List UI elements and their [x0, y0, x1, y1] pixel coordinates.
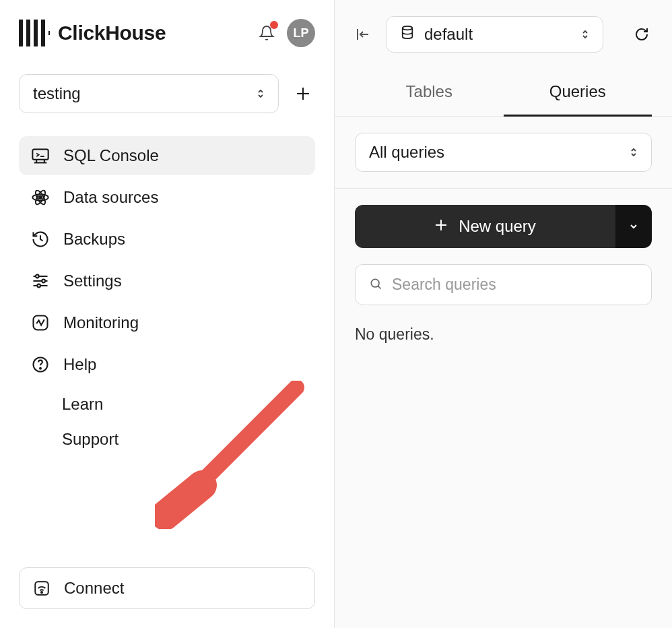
- filter-value: All queries: [369, 143, 444, 162]
- sidebar: ClickHouse LP testing: [0, 0, 335, 628]
- schema-selector[interactable]: default: [386, 16, 603, 53]
- sidebar-subitem-support[interactable]: Support: [62, 422, 315, 457]
- database-selector-row: testing: [19, 74, 315, 113]
- sidebar-subitem-label: Support: [62, 430, 119, 449]
- svg-point-17: [41, 592, 42, 593]
- svg-point-12: [37, 284, 40, 288]
- new-query-label: New query: [459, 217, 536, 236]
- new-query-button[interactable]: New query: [355, 205, 615, 248]
- chevron-updown-icon: [581, 25, 589, 44]
- refresh-icon: [634, 26, 650, 42]
- database-icon: [400, 25, 415, 44]
- svg-rect-2: [34, 20, 38, 46]
- chevron-updown-icon: [630, 143, 638, 162]
- sidebar-item-sql-console[interactable]: SQL Console: [19, 136, 315, 175]
- sidebar-item-monitoring[interactable]: Monitoring: [19, 303, 315, 342]
- clickhouse-logo-icon: [19, 20, 50, 46]
- sidebar-item-label: Data sources: [63, 188, 158, 207]
- sidebar-item-label: Settings: [63, 272, 122, 290]
- console-icon: [31, 146, 50, 165]
- history-icon: [31, 230, 50, 249]
- plus-icon: [296, 86, 310, 101]
- search-queries-input[interactable]: [392, 276, 638, 294]
- svg-rect-1: [26, 20, 30, 46]
- svg-rect-5: [32, 150, 48, 160]
- sidebar-subitem-learn[interactable]: Learn: [62, 387, 315, 422]
- database-selector[interactable]: testing: [19, 74, 279, 113]
- svg-point-19: [371, 279, 379, 287]
- sidebar-item-help[interactable]: Help: [19, 345, 315, 384]
- plus-icon: [434, 217, 448, 236]
- svg-point-10: [36, 275, 39, 278]
- filter-row: All queries: [335, 117, 672, 189]
- queries-filter-select[interactable]: All queries: [355, 133, 652, 172]
- sidebar-item-label: Backups: [63, 230, 125, 249]
- chevron-down-icon: [629, 222, 638, 231]
- sidebar-header: ClickHouse LP: [19, 19, 315, 47]
- chevron-updown-icon: [257, 88, 265, 99]
- help-submenu: Learn Support: [19, 387, 315, 457]
- tab-queries[interactable]: Queries: [504, 69, 652, 117]
- svg-point-6: [39, 196, 42, 199]
- brand-name: ClickHouse: [58, 22, 166, 44]
- schema-value: default: [424, 25, 572, 44]
- sidebar-item-settings[interactable]: Settings: [19, 261, 315, 301]
- connect-icon: [33, 579, 51, 597]
- sidebar-item-label: Monitoring: [63, 313, 139, 332]
- main-panel: default Tables Queries All queries: [335, 0, 672, 628]
- new-query-row: New query: [355, 205, 652, 248]
- add-database-button[interactable]: [291, 82, 315, 106]
- sidebar-item-backups[interactable]: Backups: [19, 220, 315, 259]
- empty-state-text: No queries.: [335, 321, 672, 348]
- svg-point-11: [42, 280, 45, 283]
- sidebar-item-data-sources[interactable]: Data sources: [19, 178, 315, 217]
- tabs: Tables Queries: [335, 69, 672, 117]
- tab-tables[interactable]: Tables: [355, 69, 504, 117]
- sidebar-item-label: Help: [63, 355, 96, 374]
- search-queries-row[interactable]: [355, 264, 652, 305]
- refresh-button[interactable]: [632, 24, 652, 44]
- svg-point-15: [40, 368, 41, 369]
- svg-point-18: [403, 26, 413, 30]
- monitoring-icon: [31, 313, 50, 332]
- action-area: New query: [335, 189, 672, 321]
- header-actions: LP: [257, 19, 315, 47]
- atom-icon: [31, 188, 50, 207]
- search-icon: [369, 277, 382, 293]
- sidebar-item-label: SQL Console: [63, 146, 159, 165]
- svg-rect-0: [19, 20, 23, 46]
- nav-list: SQL Console Data sources Ba: [19, 136, 315, 457]
- brand: ClickHouse: [19, 20, 166, 46]
- main-topbar: default: [335, 0, 672, 69]
- database-selector-value: testing: [33, 84, 81, 103]
- svg-rect-4: [48, 31, 50, 35]
- collapse-left-icon: [355, 26, 371, 42]
- avatar[interactable]: LP: [287, 19, 315, 47]
- notifications-button[interactable]: [257, 24, 276, 42]
- connect-label: Connect: [64, 579, 124, 598]
- help-icon: [31, 355, 50, 374]
- svg-rect-3: [41, 20, 45, 46]
- connect-button[interactable]: Connect: [19, 567, 315, 609]
- sliders-icon: [31, 272, 50, 290]
- collapse-sidebar-button[interactable]: [355, 26, 371, 42]
- sidebar-subitem-label: Learn: [62, 395, 103, 414]
- new-query-dropdown-button[interactable]: [615, 205, 652, 248]
- notification-dot-icon: [270, 21, 278, 29]
